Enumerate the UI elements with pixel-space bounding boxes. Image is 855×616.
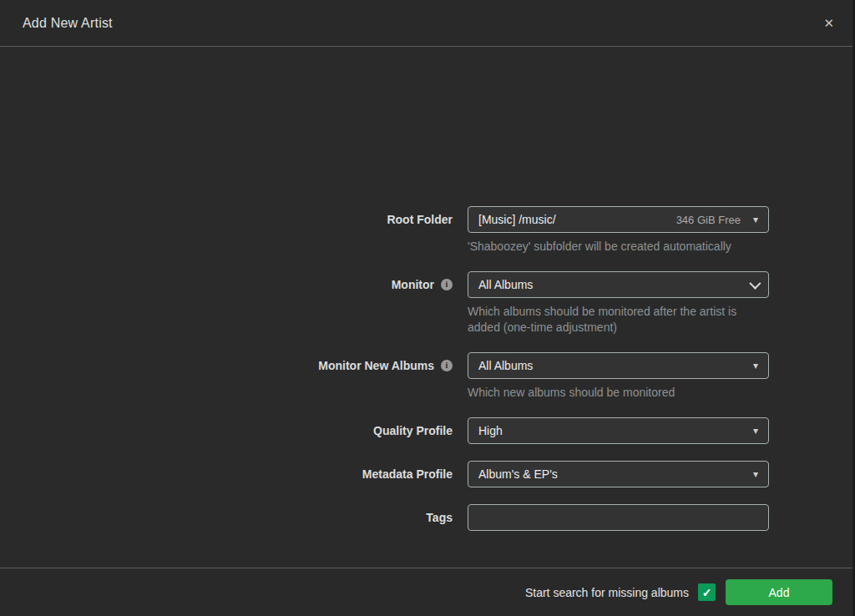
info-icon[interactable]: i xyxy=(441,360,453,371)
caret-down-icon: ▾ xyxy=(753,215,758,225)
tags-row: Tags xyxy=(0,504,852,531)
caret-down-icon: ▾ xyxy=(753,469,758,479)
check-icon: ✓ xyxy=(702,587,712,598)
root-folder-select[interactable]: [Music] /music/ 346 GiB Free ▾ xyxy=(468,206,769,233)
metadata-profile-row: Metadata Profile Album's & EP's ▾ xyxy=(0,461,852,487)
monitor-helper: Which albums should be monitored after t… xyxy=(468,304,769,336)
monitor-new-albums-helper: Which new albums should be monitored xyxy=(468,385,769,401)
quality-profile-row: Quality Profile High ▾ xyxy=(0,417,852,444)
monitor-new-albums-select[interactable]: All Albums ▾ xyxy=(468,352,769,379)
modal-footer: Start search for missing albums ✓ Add xyxy=(0,568,852,616)
close-icon[interactable]: ✕ xyxy=(820,13,837,33)
root-folder-label: Root Folder xyxy=(387,213,453,226)
metadata-profile-select[interactable]: Album's & EP's ▾ xyxy=(468,461,769,487)
info-icon[interactable]: i xyxy=(441,279,453,290)
tags-input[interactable] xyxy=(468,504,769,531)
add-button[interactable]: Add xyxy=(726,579,832,605)
root-folder-value: [Music] /music/ xyxy=(478,213,676,226)
page-title: Add New Artist xyxy=(23,16,113,31)
caret-down-icon: ▾ xyxy=(753,426,758,436)
quality-profile-value: High xyxy=(478,424,753,437)
metadata-profile-value: Album's & EP's xyxy=(478,467,753,481)
quality-profile-label: Quality Profile xyxy=(373,424,453,437)
monitor-new-albums-row: Monitor New Albums i All Albums ▾ Which … xyxy=(0,352,852,401)
root-folder-row: Root Folder [Music] /music/ 346 GiB Free… xyxy=(0,206,852,255)
metadata-profile-label: Metadata Profile xyxy=(362,467,453,481)
monitor-new-albums-value: All Albums xyxy=(478,359,753,372)
monitor-label: Monitor xyxy=(392,278,434,291)
monitor-select[interactable]: All Albums xyxy=(468,271,769,298)
modal-header: Add New Artist ✕ xyxy=(0,0,852,47)
tags-label: Tags xyxy=(426,511,453,524)
start-search-label: Start search for missing albums xyxy=(525,586,689,599)
start-search-checkbox[interactable]: ✓ xyxy=(698,583,716,601)
chevron-down-icon xyxy=(749,278,761,290)
add-new-artist-modal: Add New Artist ✕ Root Folder [Music] /mu… xyxy=(0,0,855,616)
monitor-new-albums-label: Monitor New Albums xyxy=(318,359,434,372)
caret-down-icon: ▾ xyxy=(753,361,758,371)
root-folder-helper: 'Shaboozey' subfolder will be created au… xyxy=(468,239,769,255)
monitor-row: Monitor i All Albums Which albums should… xyxy=(0,271,852,336)
quality-profile-select[interactable]: High ▾ xyxy=(468,417,769,444)
monitor-value: All Albums xyxy=(478,278,745,291)
modal-body: Root Folder [Music] /music/ 346 GiB Free… xyxy=(0,47,852,568)
free-space-badge: 346 GiB Free xyxy=(676,214,741,226)
